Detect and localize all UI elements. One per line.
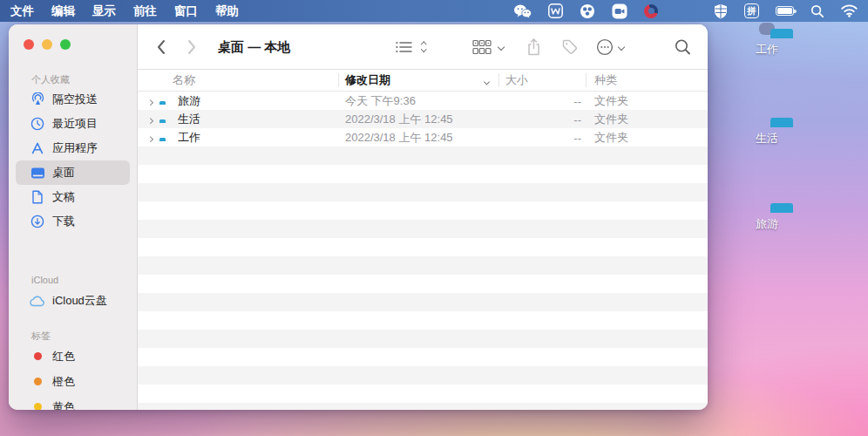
column-header-size[interactable]: 大小 bbox=[505, 72, 528, 88]
cloud-icon bbox=[30, 293, 45, 309]
tags-button[interactable] bbox=[561, 38, 579, 56]
file-row-work[interactable]: 工作 2022/3/18 上午 12:45 -- 文件夹 bbox=[138, 128, 708, 146]
back-button[interactable] bbox=[155, 38, 167, 56]
file-kind: 文件夹 bbox=[594, 112, 628, 127]
sidebar-item-documents[interactable]: 文稿 bbox=[16, 185, 130, 209]
sidebar-item-recents[interactable]: 最近项目 bbox=[16, 112, 130, 136]
airdrop-icon bbox=[30, 92, 45, 107]
share-circles-icon[interactable] bbox=[580, 3, 595, 19]
orange-tag-icon bbox=[30, 374, 45, 390]
column-divider[interactable] bbox=[498, 73, 499, 87]
window-main: 桌面 — 本地 bbox=[138, 24, 708, 410]
menu-bar: 文件 编辑 显示 前往 窗口 帮助 bbox=[0, 0, 868, 22]
menu-edit[interactable]: 编辑 bbox=[51, 3, 75, 19]
desktop-icon-label: 旅游 bbox=[730, 216, 804, 232]
close-button[interactable] bbox=[24, 39, 34, 50]
group-by-button[interactable] bbox=[472, 39, 492, 54]
forward-button[interactable] bbox=[186, 38, 198, 56]
view-mode-chevrons-icon bbox=[422, 43, 426, 51]
list-header: 名称 修改日期 大小 种类 bbox=[138, 70, 708, 92]
desktop-icon-box bbox=[759, 197, 775, 209]
sidebar-item-label: 隔空投送 bbox=[52, 92, 98, 107]
menu-list: 文件 编辑 显示 前往 窗口 帮助 bbox=[0, 3, 256, 19]
view-mode-button[interactable] bbox=[395, 40, 413, 54]
disclosure-chevron-icon[interactable] bbox=[148, 131, 153, 144]
minimize-button[interactable] bbox=[42, 39, 52, 50]
disclosure-chevron-icon[interactable] bbox=[148, 94, 153, 107]
sidebar-item-tag-yellow[interactable]: 黄色 bbox=[16, 394, 130, 410]
sidebar-item-label: 桌面 bbox=[52, 165, 75, 181]
wechat-icon[interactable] bbox=[513, 3, 532, 19]
desktop-icon-box bbox=[759, 112, 775, 124]
menu-view[interactable]: 显示 bbox=[92, 3, 116, 19]
toolbar: 桌面 — 本地 bbox=[138, 24, 708, 70]
column-header-date[interactable]: 修改日期 bbox=[345, 72, 390, 88]
menu-help[interactable]: 帮助 bbox=[215, 3, 239, 19]
menu-window[interactable]: 窗口 bbox=[174, 3, 198, 19]
sidebar-item-tag-red[interactable]: 红色 bbox=[16, 344, 130, 369]
sidebar-item-downloads[interactable]: 下载 bbox=[16, 209, 130, 234]
browser-swirl-icon[interactable] bbox=[644, 3, 658, 19]
battery-icon[interactable] bbox=[776, 3, 794, 19]
desktop: 文件 编辑 显示 前往 窗口 帮助 bbox=[0, 0, 868, 436]
file-name: 旅游 bbox=[178, 93, 200, 109]
clock-icon bbox=[30, 116, 45, 132]
desktop-icon-label: 生活 bbox=[730, 131, 804, 146]
menu-status-area: 拼 bbox=[513, 0, 858, 22]
yellow-tag-icon bbox=[30, 399, 45, 411]
video-meeting-icon[interactable] bbox=[612, 3, 627, 19]
column-divider[interactable] bbox=[586, 73, 587, 87]
sort-direction-icon bbox=[485, 74, 489, 87]
desktop-icon-work[interactable]: 工作 bbox=[730, 23, 804, 58]
sidebar-item-tag-orange[interactable]: 橙色 bbox=[16, 369, 130, 394]
finder-window: 个人收藏 隔空投送 bbox=[9, 24, 708, 410]
file-kind: 文件夹 bbox=[594, 130, 628, 146]
sidebar-item-icloud-drive[interactable]: iCloud云盘 bbox=[16, 289, 130, 313]
wifi-icon[interactable] bbox=[841, 3, 858, 19]
sidebar-item-label: 下载 bbox=[52, 214, 75, 229]
sidebar-item-label: 橙色 bbox=[52, 374, 75, 390]
sidebar-item-label: 文稿 bbox=[52, 189, 75, 205]
desktop-icon-travel[interactable]: 旅游 bbox=[730, 197, 804, 232]
applications-icon bbox=[30, 140, 45, 156]
more-actions-button[interactable] bbox=[596, 38, 614, 56]
group-by-chevron-icon bbox=[498, 44, 504, 50]
more-actions-chevron-icon bbox=[619, 44, 624, 50]
file-row-life[interactable]: 生活 2022/3/18 上午 12:45 -- 文件夹 bbox=[138, 110, 708, 128]
sidebar-item-desktop[interactable]: 桌面 bbox=[16, 160, 130, 185]
window-title: 桌面 — 本地 bbox=[218, 38, 290, 55]
desktop-icon-selection bbox=[759, 23, 775, 35]
desktop-icon bbox=[30, 165, 45, 181]
sidebar-item-label: 黄色 bbox=[52, 399, 75, 411]
security-shield-icon[interactable] bbox=[714, 3, 728, 19]
sidebar-item-label: 应用程序 bbox=[52, 140, 98, 156]
desktop-icon-label: 工作 bbox=[730, 42, 804, 58]
menu-go[interactable]: 前往 bbox=[133, 3, 157, 19]
desktop-icon-life[interactable]: 生活 bbox=[730, 112, 804, 146]
window-controls bbox=[24, 39, 71, 50]
column-divider[interactable] bbox=[338, 73, 339, 87]
sidebar-item-applications[interactable]: 应用程序 bbox=[16, 136, 130, 160]
share-button[interactable] bbox=[526, 37, 541, 56]
file-row-travel[interactable]: 旅游 今天 下午9:36 -- 文件夹 bbox=[138, 92, 708, 110]
column-header-name[interactable]: 名称 bbox=[173, 72, 195, 88]
file-name: 生活 bbox=[178, 112, 200, 127]
disclosure-chevron-icon[interactable] bbox=[148, 112, 153, 126]
red-tag-icon bbox=[30, 349, 45, 364]
sidebar-item-label: 最近项目 bbox=[52, 116, 98, 132]
document-icon bbox=[30, 189, 45, 205]
zoom-button[interactable] bbox=[60, 39, 71, 50]
search-button[interactable] bbox=[675, 38, 691, 55]
file-date: 2022/3/18 上午 12:45 bbox=[345, 112, 453, 127]
sidebar-item-airdrop[interactable]: 隔空投送 bbox=[16, 87, 130, 112]
sidebar-item-label: iCloud云盘 bbox=[52, 293, 107, 309]
column-header-kind[interactable]: 种类 bbox=[594, 72, 617, 88]
pinyin-input-icon[interactable]: 拼 bbox=[744, 3, 759, 19]
sidebar-item-label: 红色 bbox=[52, 349, 75, 364]
file-date: 今天 下午9:36 bbox=[345, 93, 416, 109]
wps-office-icon[interactable] bbox=[548, 3, 563, 19]
menu-file[interactable]: 文件 bbox=[10, 3, 34, 19]
sidebar-section-tags: 标签 bbox=[9, 330, 137, 342]
file-size: -- bbox=[498, 94, 581, 107]
spotlight-search-icon[interactable] bbox=[810, 3, 824, 19]
